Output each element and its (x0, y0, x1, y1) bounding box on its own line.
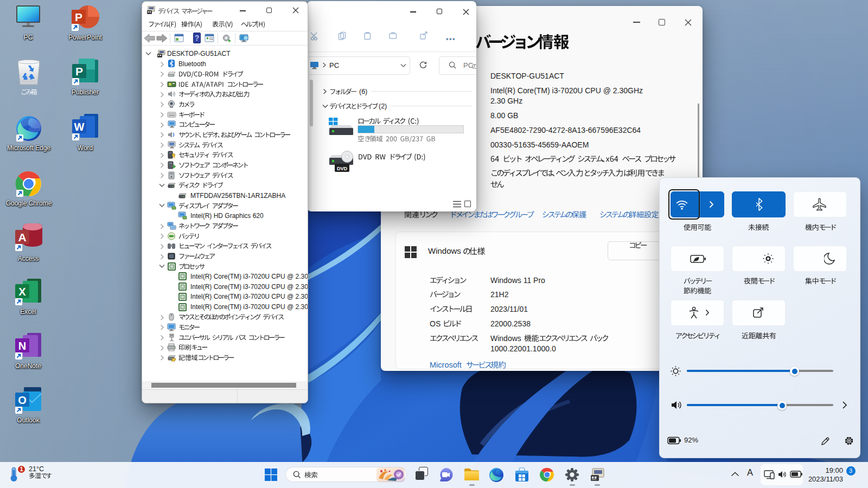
svg-text:P: P (75, 11, 82, 23)
svg-text:?: ? (195, 34, 200, 42)
svg-text:P: P (75, 65, 83, 78)
svg-text:N: N (18, 340, 26, 352)
svg-text:A: A (18, 231, 26, 243)
svg-text:W: W (74, 121, 85, 133)
svg-text:DVD: DVD (337, 166, 348, 171)
svg-text:O: O (18, 394, 27, 406)
svg-text:X: X (18, 286, 26, 298)
